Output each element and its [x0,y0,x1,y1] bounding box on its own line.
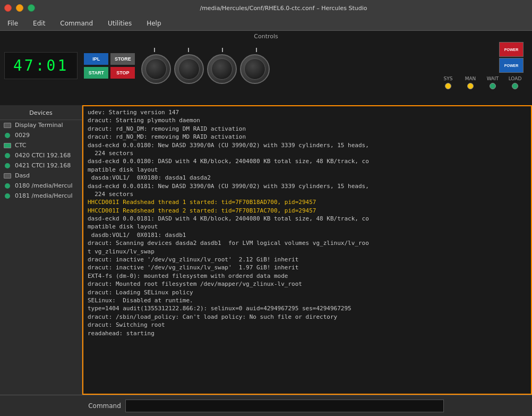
terminal-line: EXT4-fs (dm-0): mounted filesystem with … [88,272,527,280]
maximize-button[interactable] [28,4,35,12]
terminal-line: HHCCD001I Readshead thread 1 started: ti… [88,198,527,206]
terminal-line: dracut: Mounted root filesystem /dev/map… [88,280,527,288]
menu-utilities[interactable]: Utilities [105,19,135,28]
terminal-line: dasd-eckd 0.0.0181: New DASD 3390/0A (CU… [88,182,527,199]
sys-indicator [445,83,451,89]
close-button[interactable] [4,4,12,12]
sidebar-item-0029[interactable]: 0029 [0,130,82,140]
terminal-line: type=1404 audit(1355312122.866:2): selin… [88,304,527,312]
stop-button[interactable]: STOP [110,67,135,79]
menu-edit[interactable]: Edit [30,19,48,28]
terminal-line: dracut: Switching root [88,321,527,329]
sidebar-title: Devices [0,107,82,120]
dials-area [141,48,270,84]
terminal-line: dasd-eckd 0.0.0180: DASD with 4 KB/block… [88,157,527,174]
terminal-line: dracut: rd_NO_DM: removing DM RAID activ… [88,125,527,133]
status-panel: POWER POWER SYS MAN WAIT LOAD [440,42,528,89]
sys-label: SYS [440,76,457,81]
terminal-line: dracut: Loading SELinux policy [88,288,527,296]
clock-display: 47:01 [4,52,78,79]
ctc-icon [3,142,12,149]
power-button-1[interactable]: POWER [499,42,524,57]
terminal-line: dracut: /sbin/load_policy: Can't load po… [88,313,527,321]
terminal-line: udev: Starting version 147 [88,108,527,116]
terminal-line: dasda:VOL1/ 0X0180: dasda1 dasda2 [88,174,527,182]
titlebar: /media/Hercules/Conf/RHEL6.0-ctc.conf – … [0,0,532,16]
tick-3 [222,48,223,52]
dot-icon-3 [3,163,12,169]
sidebar-item-0181[interactable]: 0181 /media/Hercul [0,191,82,201]
terminal-line: dracut: Starting plymouth daemon [88,116,527,124]
sidebar-item-0421[interactable]: 0421 CTCI 192.168 [0,160,82,171]
dasd-icon [3,173,12,179]
sidebar: Devices Display Terminal 0029 CTC 0420 C… [0,105,82,395]
man-label: MAN [462,76,479,81]
load-indicator [512,83,518,89]
tick-4 [256,48,257,52]
item-0181-label: 0181 /media/Hercul [15,192,73,199]
sidebar-item-ctc[interactable]: CTC [0,140,82,150]
item-0029-label: 0029 [15,132,30,139]
dot-icon-2 [3,152,12,159]
command-input[interactable] [125,400,444,412]
window-title: /media/Hercules/Conf/RHEL6.0-ctc.conf – … [39,5,528,12]
terminal-line: dasd-eckd 0.0.0181: DASD with 4 KB/block… [88,215,527,231]
item-0420-label: 0420 CTCI 192.168 [15,152,71,159]
start-button[interactable]: START [84,67,108,79]
sidebar-item-0180[interactable]: 0180 /media/Hercul [0,181,82,191]
terminal-output[interactable]: udev: Starting version 147dracut: Starti… [83,106,531,394]
terminal-line: SELinux: Disabled at runtime. [88,296,527,304]
menu-help[interactable]: Help [143,19,164,28]
sidebar-item-display-terminal[interactable]: Display Terminal [0,120,82,130]
dot-icon-1 [3,132,12,139]
menu-command[interactable]: Command [57,19,96,28]
controls-panel: Controls 47:01 IPL STORE START STOP [0,31,532,105]
power-button-2[interactable]: POWER [499,58,524,73]
terminal-line: dracut: Scanning devices dasda2 dasdb1 f… [88,239,527,256]
command-label: Command [88,402,121,410]
store-button[interactable]: STORE [110,53,135,65]
terminal-line: dracut: inactive '/dev/vg_zlinux/lv_swap… [88,264,527,271]
dial-3[interactable] [207,54,237,84]
terminal-area: udev: Starting version 147dracut: Starti… [82,105,532,395]
wait-label: WAIT [484,76,501,81]
ctc-label: CTC [15,142,26,149]
terminal-line: dracut: inactive '/dev/vg_zlinux/lv_root… [88,256,527,264]
dial-2[interactable] [174,54,204,84]
dot-icon-4 [3,183,12,189]
item-0421-label: 0421 CTCI 192.168 [15,162,71,169]
main-area: Devices Display Terminal 0029 CTC 0420 C… [0,105,532,395]
menu-file[interactable]: File [4,19,21,28]
wait-indicator [490,83,496,89]
monitor-icon [3,122,12,129]
man-indicator [467,83,474,89]
display-terminal-label: Display Terminal [15,122,63,129]
tick-2 [188,48,189,52]
dial-4[interactable] [240,54,270,84]
sidebar-item-0420[interactable]: 0420 CTCI 192.168 [0,150,82,160]
tick-1 [154,48,155,52]
terminal-line: readahead: starting [88,329,527,337]
load-label: LOAD [507,76,524,81]
terminal-line: dasd-eckd 0.0.0180: New DASD 3390/0A (CU… [88,141,527,158]
dot-icon-5 [3,193,12,199]
terminal-line: HHCCD001I Readshead thread 2 started: ti… [88,207,527,215]
terminal-line: dasdb:VOL1/ 0X0181: dasdb1 [88,231,527,239]
command-bar: Command [0,395,532,416]
terminal-line: dracut: rd_NO_MD: removing MD RAID activ… [88,133,527,141]
control-buttons: IPL STORE START STOP [84,53,135,79]
sidebar-item-dasd[interactable]: Dasd [0,171,82,181]
menubar: File Edit Command Utilities Help [0,16,532,31]
minimize-button[interactable] [16,4,23,12]
dasd-label: Dasd [15,172,30,179]
dial-1[interactable] [141,54,171,84]
item-0180-label: 0180 /media/Hercul [15,182,73,189]
ipl-button[interactable]: IPL [84,53,108,65]
controls-label: Controls [254,33,278,40]
